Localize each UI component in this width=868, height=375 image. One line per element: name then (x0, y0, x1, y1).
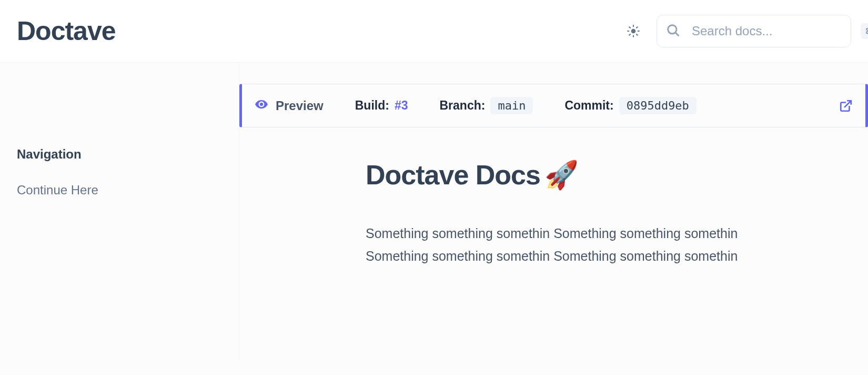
commit-label: Commit: (564, 98, 613, 113)
branch-label: Branch: (439, 98, 485, 113)
branch-value: main (490, 97, 533, 114)
theme-toggle-button[interactable] (623, 21, 644, 42)
page-title-text: Doctave Docs (366, 159, 540, 191)
body-area: Navigation Continue Here Preview Build: … (0, 63, 868, 360)
build-group: Build: #3 (355, 98, 408, 113)
body-text: Something something somethin Something s… (366, 222, 786, 267)
build-label: Build: (355, 98, 389, 113)
search-container[interactable]: ⌘K (657, 15, 851, 47)
commit-group: Commit: 0895dd9eb (564, 97, 697, 114)
svg-point-0 (631, 29, 636, 34)
build-link[interactable]: #3 (395, 98, 408, 113)
commit-value: 0895dd9eb (619, 97, 697, 114)
content: Doctave Docs 🚀 Something something somet… (239, 159, 818, 267)
eye-icon (255, 97, 268, 114)
search-shortcut-badge: ⌘K (861, 23, 868, 39)
sun-icon (627, 24, 640, 38)
external-link-icon (839, 99, 853, 113)
logo[interactable]: Doctave (17, 16, 116, 46)
preview-text: Preview (276, 98, 324, 113)
branch-group: Branch: main (439, 97, 533, 114)
header-right: ⌘K (623, 15, 851, 47)
header: Doctave ⌘K (0, 0, 868, 63)
external-link-button[interactable] (839, 99, 853, 113)
search-input[interactable] (692, 24, 849, 38)
page-title: Doctave Docs 🚀 (366, 159, 797, 191)
nav-heading: Navigation (17, 147, 222, 162)
search-icon (665, 23, 680, 40)
rocket-icon: 🚀 (544, 161, 578, 189)
main: Preview Build: #3 Branch: main Commit: 0… (239, 63, 868, 360)
svg-line-3 (845, 101, 851, 107)
preview-bar: Preview Build: #3 Branch: main Commit: 0… (239, 84, 868, 127)
nav-link-continue-here[interactable]: Continue Here (17, 183, 222, 198)
preview-label: Preview (255, 97, 324, 114)
sidebar: Navigation Continue Here (0, 63, 239, 360)
svg-line-2 (675, 33, 678, 35)
